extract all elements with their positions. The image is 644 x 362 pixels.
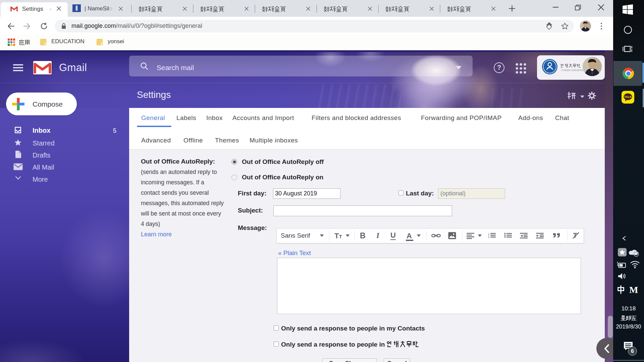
svg-text:TALK: TALK <box>624 95 632 99</box>
svg-text:3: 3 <box>488 236 489 239</box>
